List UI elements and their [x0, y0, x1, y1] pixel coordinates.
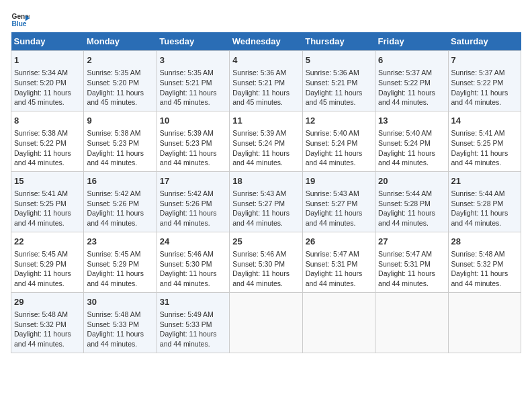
- day-number: 28: [451, 236, 518, 248]
- calendar-day-empty: [230, 292, 302, 353]
- day-number: 5: [306, 54, 372, 66]
- calendar-day-3: 3Sunrise: 5:35 AMSunset: 5:21 PMDaylight…: [157, 51, 229, 111]
- calendar-day-23: 23Sunrise: 5:45 AMSunset: 5:29 PMDayligh…: [84, 232, 157, 292]
- day-info: Sunrise: 5:49 AMSunset: 5:33 PMDaylight:…: [160, 310, 226, 349]
- day-number: 30: [87, 296, 153, 308]
- day-info: Sunrise: 5:41 AMSunset: 5:25 PMDaylight:…: [451, 128, 518, 168]
- header-sunday: Sunday: [11, 32, 84, 51]
- header-thursday: Thursday: [302, 32, 375, 51]
- day-info: Sunrise: 5:37 AMSunset: 5:22 PMDaylight:…: [378, 68, 445, 107]
- calendar-day-19: 19Sunrise: 5:43 AMSunset: 5:27 PMDayligh…: [302, 171, 375, 232]
- day-number: 19: [306, 175, 372, 187]
- day-number: 16: [87, 175, 153, 187]
- calendar-body: 1Sunrise: 5:34 AMSunset: 5:20 PMDaylight…: [11, 51, 521, 353]
- day-number: 25: [232, 236, 299, 248]
- calendar-day-17: 17Sunrise: 5:42 AMSunset: 5:26 PMDayligh…: [157, 171, 229, 232]
- calendar-day-20: 20Sunrise: 5:44 AMSunset: 5:28 PMDayligh…: [375, 171, 448, 232]
- calendar-day-21: 21Sunrise: 5:44 AMSunset: 5:28 PMDayligh…: [448, 171, 521, 232]
- calendar-day-27: 27Sunrise: 5:47 AMSunset: 5:31 PMDayligh…: [375, 232, 448, 292]
- calendar-day-empty: [375, 292, 448, 353]
- day-number: 31: [160, 296, 226, 308]
- calendar-day-15: 15Sunrise: 5:41 AMSunset: 5:25 PMDayligh…: [11, 171, 84, 232]
- calendar-day-28: 28Sunrise: 5:48 AMSunset: 5:32 PMDayligh…: [448, 232, 521, 292]
- day-info: Sunrise: 5:43 AMSunset: 5:27 PMDaylight:…: [306, 189, 372, 228]
- day-number: 29: [14, 296, 81, 308]
- calendar-table: SundayMondayTuesdayWednesdayThursdayFrid…: [11, 32, 521, 353]
- calendar-day-24: 24Sunrise: 5:46 AMSunset: 5:30 PMDayligh…: [157, 232, 229, 292]
- day-info: Sunrise: 5:43 AMSunset: 5:27 PMDaylight:…: [232, 189, 299, 228]
- day-number: 12: [306, 115, 372, 127]
- header-monday: Monday: [84, 32, 157, 51]
- day-number: 15: [14, 175, 81, 187]
- day-info: Sunrise: 5:39 AMSunset: 5:23 PMDaylight:…: [160, 128, 226, 168]
- calendar-day-16: 16Sunrise: 5:42 AMSunset: 5:26 PMDayligh…: [84, 171, 157, 232]
- calendar-day-29: 29Sunrise: 5:48 AMSunset: 5:32 PMDayligh…: [11, 292, 84, 353]
- header-wednesday: Wednesday: [230, 32, 302, 51]
- day-info: Sunrise: 5:39 AMSunset: 5:24 PMDaylight:…: [232, 128, 299, 168]
- calendar-day-14: 14Sunrise: 5:41 AMSunset: 5:25 PMDayligh…: [448, 111, 521, 171]
- day-info: Sunrise: 5:46 AMSunset: 5:30 PMDaylight:…: [160, 249, 226, 289]
- calendar-week-row: 22Sunrise: 5:45 AMSunset: 5:29 PMDayligh…: [11, 232, 521, 292]
- calendar-day-12: 12Sunrise: 5:40 AMSunset: 5:24 PMDayligh…: [302, 111, 375, 171]
- calendar-day-empty: [448, 292, 521, 353]
- calendar-day-25: 25Sunrise: 5:46 AMSunset: 5:30 PMDayligh…: [230, 232, 302, 292]
- day-info: Sunrise: 5:42 AMSunset: 5:26 PMDaylight:…: [160, 189, 226, 228]
- calendar-day-4: 4Sunrise: 5:36 AMSunset: 5:21 PMDaylight…: [230, 51, 302, 111]
- calendar-week-row: 29Sunrise: 5:48 AMSunset: 5:32 PMDayligh…: [11, 292, 521, 353]
- day-info: Sunrise: 5:45 AMSunset: 5:29 PMDaylight:…: [14, 249, 81, 289]
- svg-text:Blue: Blue: [12, 20, 27, 28]
- day-info: Sunrise: 5:35 AMSunset: 5:21 PMDaylight:…: [160, 68, 226, 107]
- day-info: Sunrise: 5:36 AMSunset: 5:21 PMDaylight:…: [232, 68, 299, 107]
- day-info: Sunrise: 5:34 AMSunset: 5:20 PMDaylight:…: [14, 68, 81, 107]
- calendar-day-30: 30Sunrise: 5:48 AMSunset: 5:33 PMDayligh…: [84, 292, 157, 353]
- header: General Blue: [11, 11, 521, 30]
- day-info: Sunrise: 5:48 AMSunset: 5:33 PMDaylight:…: [87, 310, 153, 349]
- calendar-day-6: 6Sunrise: 5:37 AMSunset: 5:22 PMDaylight…: [375, 51, 448, 111]
- day-number: 7: [451, 54, 518, 66]
- day-info: Sunrise: 5:48 AMSunset: 5:32 PMDaylight:…: [14, 310, 81, 349]
- day-number: 3: [160, 54, 226, 66]
- day-info: Sunrise: 5:46 AMSunset: 5:30 PMDaylight:…: [232, 249, 299, 289]
- day-number: 13: [378, 115, 445, 127]
- header-saturday: Saturday: [448, 32, 521, 51]
- logo: General Blue: [11, 11, 32, 30]
- day-info: Sunrise: 5:44 AMSunset: 5:28 PMDaylight:…: [378, 189, 445, 228]
- calendar-day-11: 11Sunrise: 5:39 AMSunset: 5:24 PMDayligh…: [230, 111, 302, 171]
- calendar-day-2: 2Sunrise: 5:35 AMSunset: 5:20 PMDaylight…: [84, 51, 157, 111]
- day-number: 26: [306, 236, 372, 248]
- logo-icon: General Blue: [11, 11, 30, 30]
- day-info: Sunrise: 5:37 AMSunset: 5:22 PMDaylight:…: [451, 68, 518, 107]
- calendar-day-13: 13Sunrise: 5:40 AMSunset: 5:24 PMDayligh…: [375, 111, 448, 171]
- calendar-day-22: 22Sunrise: 5:45 AMSunset: 5:29 PMDayligh…: [11, 232, 84, 292]
- calendar-day-10: 10Sunrise: 5:39 AMSunset: 5:23 PMDayligh…: [157, 111, 229, 171]
- day-number: 14: [451, 115, 518, 127]
- calendar-day-5: 5Sunrise: 5:36 AMSunset: 5:21 PMDaylight…: [302, 51, 375, 111]
- day-number: 6: [378, 54, 445, 66]
- day-number: 9: [87, 115, 153, 127]
- day-info: Sunrise: 5:45 AMSunset: 5:29 PMDaylight:…: [87, 249, 153, 289]
- day-number: 24: [160, 236, 226, 248]
- calendar-day-31: 31Sunrise: 5:49 AMSunset: 5:33 PMDayligh…: [157, 292, 229, 353]
- day-info: Sunrise: 5:40 AMSunset: 5:24 PMDaylight:…: [378, 128, 445, 168]
- day-info: Sunrise: 5:40 AMSunset: 5:24 PMDaylight:…: [306, 128, 372, 168]
- day-info: Sunrise: 5:41 AMSunset: 5:25 PMDaylight:…: [14, 189, 81, 228]
- calendar-week-row: 1Sunrise: 5:34 AMSunset: 5:20 PMDaylight…: [11, 51, 521, 111]
- calendar-day-empty: [302, 292, 375, 353]
- day-number: 2: [87, 54, 153, 66]
- calendar-header-row: SundayMondayTuesdayWednesdayThursdayFrid…: [11, 32, 521, 51]
- day-info: Sunrise: 5:47 AMSunset: 5:31 PMDaylight:…: [306, 249, 372, 289]
- day-info: Sunrise: 5:47 AMSunset: 5:31 PMDaylight:…: [378, 249, 445, 289]
- day-info: Sunrise: 5:38 AMSunset: 5:22 PMDaylight:…: [14, 128, 81, 168]
- day-info: Sunrise: 5:44 AMSunset: 5:28 PMDaylight:…: [451, 189, 518, 228]
- day-number: 23: [87, 236, 153, 248]
- day-info: Sunrise: 5:36 AMSunset: 5:21 PMDaylight:…: [306, 68, 372, 107]
- day-number: 11: [232, 115, 299, 127]
- calendar-day-1: 1Sunrise: 5:34 AMSunset: 5:20 PMDaylight…: [11, 51, 84, 111]
- day-info: Sunrise: 5:35 AMSunset: 5:20 PMDaylight:…: [87, 68, 153, 107]
- header-friday: Friday: [375, 32, 448, 51]
- calendar-day-7: 7Sunrise: 5:37 AMSunset: 5:22 PMDaylight…: [448, 51, 521, 111]
- calendar-day-8: 8Sunrise: 5:38 AMSunset: 5:22 PMDaylight…: [11, 111, 84, 171]
- day-number: 22: [14, 236, 81, 248]
- day-info: Sunrise: 5:38 AMSunset: 5:23 PMDaylight:…: [87, 128, 153, 168]
- calendar-day-26: 26Sunrise: 5:47 AMSunset: 5:31 PMDayligh…: [302, 232, 375, 292]
